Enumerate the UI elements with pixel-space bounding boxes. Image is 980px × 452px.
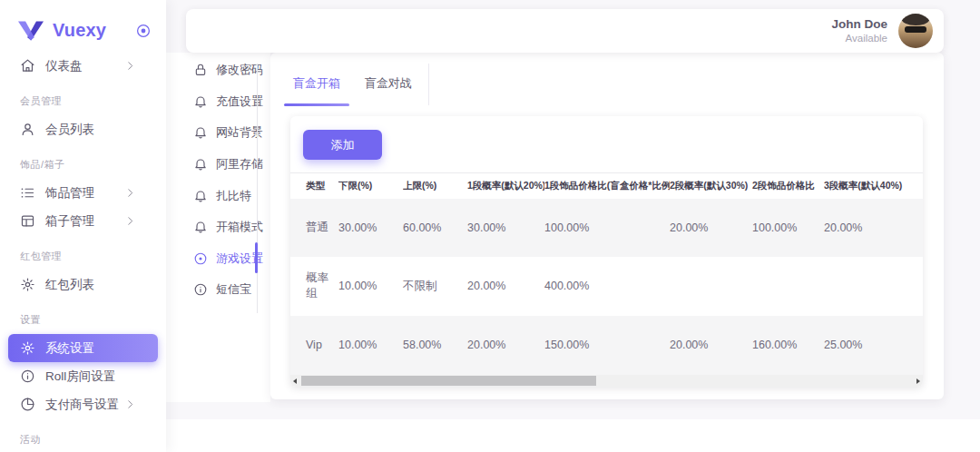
- tabs: 盲盒开箱 盲盒对战: [270, 53, 944, 100]
- chevron-right-icon: [124, 60, 136, 72]
- cell-value: 100.00%: [752, 199, 824, 257]
- menu-item-sms-bao[interactable]: 短信宝: [166, 274, 270, 306]
- scroll-right-arrow-icon[interactable]: [912, 375, 923, 387]
- table-row: Vip 10.00% 58.00% 20.00% 150.00% 20.00% …: [290, 316, 923, 375]
- chevron-right-icon: [124, 215, 136, 227]
- top-header: John Doe Available: [186, 9, 944, 53]
- chevron-right-icon: [124, 398, 136, 410]
- add-button[interactable]: 添加: [303, 130, 382, 160]
- user-meta: John Doe Available: [831, 17, 887, 44]
- cell-type: Vip: [290, 316, 338, 375]
- bell-icon: [193, 157, 208, 172]
- cell-value: 20.00%: [670, 316, 752, 375]
- info-icon: [20, 368, 35, 384]
- bell-icon: [193, 125, 208, 140]
- menu-item-change-password[interactable]: 修改密码: [166, 54, 270, 86]
- user-name: John Doe: [831, 17, 887, 32]
- sidebar-item-ornament-mgmt[interactable]: 饰品管理: [8, 179, 158, 207]
- sidebar-item-label: 仪表盘: [45, 58, 83, 74]
- menu-pin-icon[interactable]: [135, 23, 152, 39]
- col-header-seg2-prob: 2段概率(默认30%): [670, 173, 752, 199]
- cell-value: 160.00%: [752, 316, 824, 375]
- sidebar-item-label: 支付商号设置: [45, 397, 119, 413]
- sidebar-item-system-settings[interactable]: 系统设置: [8, 334, 158, 362]
- cell-value: 10.00%: [338, 257, 403, 316]
- sidebar-item-box-mgmt[interactable]: 箱子管理: [8, 207, 158, 235]
- disc-icon: [193, 251, 208, 266]
- col-header-lower-limit: 下限(%): [338, 173, 403, 199]
- sidebar-nav: 仪表盘 会员管理 会员列表 饰品/箱子 饰品管理 箱子管理 红包管理: [0, 47, 166, 446]
- cell-value: 20.00%: [824, 199, 923, 257]
- lock-icon: [193, 63, 208, 77]
- cell-value: 60.00%: [403, 199, 467, 257]
- cell-value: 100.00%: [544, 199, 670, 257]
- horizontal-scrollbar[interactable]: [290, 375, 923, 387]
- brand: Vuexy: [0, 0, 166, 47]
- sidebar-item-member-list[interactable]: 会员列表: [8, 115, 158, 143]
- sidebar-item-redpacket-list[interactable]: 红包列表: [8, 270, 158, 299]
- cell-value: 400.00%: [544, 257, 670, 316]
- menu-item-unbox-mode[interactable]: 开箱模式: [166, 211, 270, 243]
- main-content-card: 盲盒开箱 盲盒对战 添加 类型 下限(%) 上限(%) 1段概率(默认20%: [270, 53, 944, 399]
- menu-item-label: 扎比特: [216, 188, 251, 204]
- cell-value: 20.00%: [670, 199, 752, 257]
- bell-icon: [193, 220, 208, 234]
- sidebar-item-label: 饰品管理: [45, 185, 94, 201]
- menu-item-recharge-settings[interactable]: 充值设置: [166, 86, 270, 118]
- table-row: 普通 30.00% 60.00% 30.00% 100.00% 20.00% 1…: [290, 199, 923, 257]
- menu-item-site-background[interactable]: 网站背景: [166, 117, 270, 149]
- sidebar: Vuexy 仪表盘 会员管理 会员列表 饰品/箱子 饰品管理: [0, 0, 166, 452]
- gear-icon: [20, 277, 35, 292]
- vuexy-logo-icon: [18, 20, 44, 42]
- home-icon: [20, 58, 35, 74]
- chevron-right-icon: [124, 187, 136, 199]
- table-toolbar: 添加: [290, 116, 923, 172]
- col-header-seg3-prob: 3段概率(默认40%): [824, 173, 923, 199]
- tab-blindbox-battle[interactable]: 盲盒对战: [356, 68, 421, 99]
- menu-active-indicator: [255, 242, 258, 273]
- cell-value: [824, 257, 923, 316]
- cell-value: 20.00%: [467, 257, 544, 316]
- sidebar-section-items-boxes: 饰品/箱子: [0, 159, 166, 171]
- cell-value: 150.00%: [544, 316, 670, 375]
- cell-type: 概率组: [290, 257, 338, 316]
- menu-item-zhabite[interactable]: 扎比特: [166, 180, 270, 211]
- sidebar-item-payment-settings[interactable]: 支付商号设置: [8, 390, 158, 418]
- scrollbar-thumb[interactable]: [301, 376, 596, 386]
- sidebar-item-dashboard[interactable]: 仪表盘: [8, 52, 158, 80]
- rates-table: 类型 下限(%) 上限(%) 1段概率(默认20%) 1段饰品价格比(盲盒价格*…: [290, 172, 923, 375]
- col-header-upper-limit: 上限(%): [403, 173, 467, 199]
- table-row: 概率组 10.00% 不限制 20.00% 400.00%: [290, 257, 923, 316]
- sidebar-item-label: 箱子管理: [45, 213, 94, 230]
- cell-type: 普通: [290, 199, 338, 257]
- cell-value: 30.00%: [467, 199, 544, 257]
- sidebar-item-label: 会员列表: [45, 122, 94, 138]
- col-header-type: 类型: [290, 173, 338, 199]
- sidebar-section-members: 会员管理: [0, 95, 166, 107]
- bell-icon: [193, 94, 208, 109]
- box-icon: [20, 213, 35, 229]
- user-avatar[interactable]: [898, 14, 933, 48]
- bell-icon: [193, 189, 208, 203]
- sidebar-item-label: 红包列表: [45, 277, 94, 293]
- sidebar-section-activity: 活动: [0, 434, 166, 446]
- menu-divider: [257, 64, 258, 313]
- col-header-seg1-price-ratio: 1段饰品价格比(盲盒价格*比例): [544, 173, 670, 199]
- cell-value: [670, 257, 752, 316]
- list-icon: [20, 185, 35, 201]
- col-header-seg1-prob: 1段概率(默认20%): [467, 173, 544, 199]
- tab-divider: [428, 64, 429, 105]
- cell-value: 30.00%: [338, 199, 403, 257]
- sidebar-item-label: 系统设置: [45, 340, 94, 357]
- scroll-left-arrow-icon[interactable]: [290, 375, 301, 387]
- pie-chart-icon: [20, 397, 35, 412]
- cell-value: 20.00%: [467, 316, 544, 375]
- menu-item-ali-storage[interactable]: 阿里存储: [166, 149, 270, 181]
- sidebar-item-roll-room-settings[interactable]: Roll房间设置: [8, 362, 158, 390]
- gear-icon: [20, 340, 35, 356]
- cell-value: 58.00%: [403, 316, 467, 375]
- cell-value: 10.00%: [338, 316, 403, 375]
- sidebar-item-label: Roll房间设置: [45, 368, 115, 385]
- tab-blindbox-open[interactable]: 盲盒开箱: [284, 68, 349, 99]
- page: Vuexy 仪表盘 会员管理 会员列表 饰品/箱子 饰品管理: [0, 0, 980, 452]
